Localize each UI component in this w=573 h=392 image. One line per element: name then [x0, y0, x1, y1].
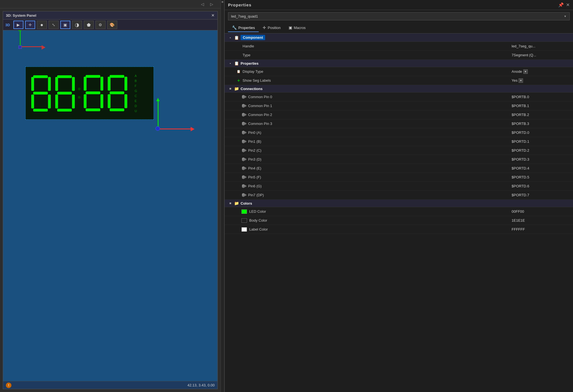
- tab-properties[interactable]: 🔧 Properties: [228, 24, 259, 32]
- section-connections-header[interactable]: ■ 📁 Connections: [225, 85, 573, 93]
- row-pin4-e: Pin4 (E) $PORTD.4: [225, 164, 573, 173]
- row-body-color: Body Color 1E1E1E: [225, 216, 573, 225]
- label-show-seg-labels: Show Seg Labels: [241, 78, 512, 83]
- label-pin4-e: Pin4 (E): [247, 166, 512, 170]
- toolbar-3d: 3D ▶ ✛ ● ⤡ ▣ ◑ ⬟ ⚙ 🎨: [3, 20, 217, 30]
- value-common-pin-1: $PORTB.1: [512, 104, 573, 108]
- value-pin7-dp: $PORTD.7: [512, 193, 573, 197]
- tool-select-btn[interactable]: ▶: [13, 21, 23, 29]
- status-icon: !: [6, 383, 11, 388]
- top-arrow-bar: ◁ ▷: [0, 0, 220, 8]
- left-arrow-btn[interactable]: ◁: [199, 1, 206, 7]
- tool-wrench-btn[interactable]: ⚙: [95, 21, 106, 29]
- panel-close-btn[interactable]: ✕: [211, 13, 215, 18]
- properties-section-icon: 📋: [234, 61, 239, 66]
- row-pin5-f: Pin5 (F) $PORTD.5: [225, 173, 573, 182]
- component-selector[interactable]: led_7seg_quad1 ▼: [228, 12, 570, 20]
- label-body-color: Body Color: [248, 218, 512, 222]
- section-component-collapse[interactable]: ▪: [228, 35, 232, 40]
- value-pin0-a: $PORTD.0: [512, 130, 573, 135]
- tool-shape-btn[interactable]: ⬟: [84, 21, 94, 29]
- section-properties-collapse[interactable]: ▪: [228, 61, 232, 66]
- label-type: Type: [241, 53, 512, 57]
- x-axis-arrowhead: [42, 45, 45, 50]
- value-body-color: 1E1E1E: [512, 218, 573, 222]
- svg-rect-26: [108, 77, 111, 91]
- right-arrow-btn[interactable]: ▷: [208, 1, 215, 7]
- tab-position-icon: ✛: [263, 25, 266, 30]
- value-type: 7Segment (Q...: [512, 53, 573, 57]
- body-color-swatch[interactable]: [241, 218, 247, 223]
- props-header-controls: 📌 ✕: [558, 2, 570, 8]
- label-led-color: LED Color: [248, 209, 512, 214]
- row-label-color: Label Color FFFFFF: [225, 225, 573, 234]
- section-colors-header[interactable]: ■ 📁 Colors: [225, 200, 573, 207]
- svg-rect-1: [48, 77, 51, 91]
- section-properties-header[interactable]: ▪ 📋 Properties: [225, 60, 573, 67]
- row-type: Type 7Segment (Q...: [225, 51, 573, 60]
- svg-rect-4: [31, 95, 34, 108]
- tool-render-btn[interactable]: ◑: [72, 21, 82, 29]
- tool-box-btn[interactable]: ▣: [60, 21, 70, 29]
- tab-row: 🔧 Properties ✛ Position ▣ Macros: [225, 23, 573, 33]
- value-handle: led_7seg_qu...: [512, 44, 573, 48]
- row-led-color: LED Color 00FF00: [225, 207, 573, 216]
- tool-move-btn[interactable]: ✛: [25, 21, 35, 29]
- component-section-icon: 📋: [234, 35, 239, 40]
- common-pin-3-icon: [241, 122, 247, 126]
- row-pin7-dp: Pin7 (DP) $PORTD.7: [225, 191, 573, 200]
- svg-rect-15: [100, 77, 103, 91]
- label-display-type: Display Type: [241, 69, 512, 74]
- props-header: Properties 📌 ✕: [225, 0, 573, 10]
- label-color-swatch[interactable]: [241, 227, 247, 232]
- status-coords: 42.13, 3.43, 0.00: [187, 383, 215, 387]
- tool-scale-btn[interactable]: ⤡: [49, 21, 59, 29]
- colon-dot-top: [78, 88, 81, 90]
- svg-rect-22: [124, 77, 127, 91]
- system-panel: 3D: System Panel ✕ 3D ▶ ✛ ● ⤡ ▣ ◑ ⬟ ⚙ 🎨: [3, 11, 218, 389]
- display-type-icon: 📋: [236, 70, 241, 73]
- svg-rect-24: [110, 108, 124, 111]
- value-common-pin-2: $PORTB.2: [512, 113, 573, 117]
- svg-rect-27: [110, 91, 124, 94]
- tab-position[interactable]: ✛ Position: [259, 24, 284, 32]
- label-common-pin-2: Common Pin 2: [247, 113, 512, 117]
- value-pin6-g: $PORTD.6: [512, 184, 573, 188]
- tool-palette-btn[interactable]: 🎨: [107, 21, 117, 29]
- colors-folder-icon: 📁: [234, 201, 239, 205]
- component-dropdown-arrow: ▼: [564, 15, 567, 18]
- svg-rect-14: [86, 75, 100, 78]
- seg-digit-2: [54, 74, 76, 113]
- props-pin-btn[interactable]: 📌: [558, 2, 564, 8]
- section-colors-label: Colors: [241, 201, 252, 205]
- svg-rect-10: [57, 109, 72, 112]
- tool-sphere-btn[interactable]: ●: [37, 21, 47, 29]
- manip-x-line: [158, 129, 191, 129]
- section-component-header[interactable]: ▪ 📋 Component: [225, 33, 573, 42]
- svg-rect-23: [124, 94, 127, 108]
- section-connections-collapse[interactable]: ■: [228, 86, 232, 91]
- show-seg-labels-dropdown[interactable]: ▼: [519, 78, 523, 83]
- props-tree[interactable]: ▪ 📋 Component Handle led_7seg_qu... Type…: [225, 33, 573, 392]
- axis-cube: [18, 45, 22, 49]
- label-common-pin-0: Common Pin 0: [247, 95, 512, 99]
- display-type-dropdown[interactable]: ▼: [523, 69, 528, 74]
- props-close-btn[interactable]: ✕: [566, 2, 570, 8]
- value-pin2-c: $PORTD.2: [512, 148, 573, 153]
- viewport-3d[interactable]: A B F G C E D U !: [3, 30, 217, 389]
- section-colors-collapse[interactable]: ■: [228, 201, 232, 205]
- led-color-swatch[interactable]: [241, 209, 247, 214]
- seg-digit-1: [30, 74, 52, 113]
- status-icon-text: !: [8, 384, 9, 387]
- svg-rect-2: [48, 95, 51, 108]
- connections-folder-icon: 📁: [234, 86, 239, 91]
- row-common-pin-2: Common Pin 2 $PORTB.2: [225, 110, 573, 119]
- value-pin5-f: $PORTD.5: [512, 175, 573, 179]
- tab-macros[interactable]: ▣ Macros: [285, 24, 310, 32]
- row-common-pin-0: Common Pin 0 $PORTB.0: [225, 93, 573, 101]
- manip-y-arrowhead: [156, 98, 160, 101]
- divider: [220, 0, 224, 392]
- label-pin3-d: Pin3 (D): [247, 157, 512, 161]
- pin7-dp-icon: [241, 193, 247, 197]
- tab-macros-icon: ▣: [289, 25, 292, 30]
